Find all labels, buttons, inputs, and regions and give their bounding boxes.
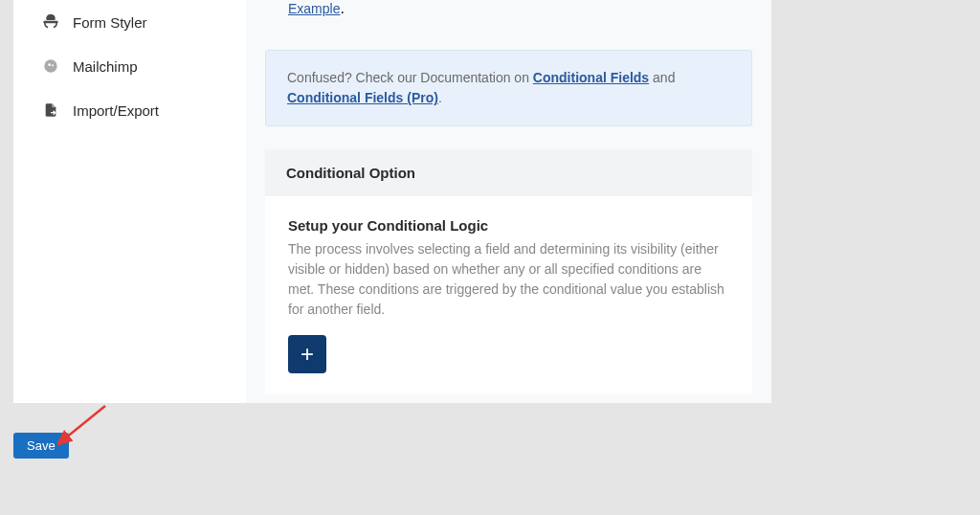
mailchimp-icon: [42, 57, 59, 75]
mortar-icon: [42, 13, 59, 31]
section-description: The process involves selecting a field a…: [288, 239, 729, 320]
example-link[interactable]: Example: [288, 1, 340, 16]
documentation-info-box: Confused? Check our Documentation on Con…: [265, 50, 752, 126]
settings-panel: Form Styler Mailchimp Import/Export Exam…: [13, 0, 771, 403]
section-header-conditional-option: Conditional Option: [265, 149, 752, 196]
sidebar-item-label: Import/Export: [73, 102, 159, 119]
sidebar-item-label: Form Styler: [73, 14, 147, 31]
svg-point-1: [48, 63, 51, 66]
svg-line-3: [65, 406, 105, 438]
example-box: Example.: [265, 0, 752, 31]
import-export-icon: [42, 101, 59, 119]
sidebar-item-label: Mailchimp: [73, 58, 138, 75]
sidebar-item-import-export[interactable]: Import/Export: [13, 88, 246, 132]
plus-icon: +: [301, 341, 314, 368]
info-middle: and: [649, 70, 675, 85]
main-content: Example. Confused? Check our Documentati…: [246, 0, 771, 403]
sidebar: Form Styler Mailchimp Import/Export: [13, 0, 246, 403]
save-button[interactable]: Save: [13, 433, 69, 459]
doc-link-conditional-fields[interactable]: Conditional Fields: [533, 70, 649, 85]
info-suffix: .: [438, 90, 442, 105]
info-prefix: Confused? Check our Documentation on: [287, 70, 533, 85]
svg-point-2: [52, 64, 54, 66]
section-body: Setup your Conditional Logic The process…: [265, 196, 752, 394]
add-condition-button[interactable]: +: [288, 335, 326, 373]
sidebar-item-mailchimp[interactable]: Mailchimp: [13, 44, 246, 88]
doc-link-conditional-fields-pro[interactable]: Conditional Fields (Pro): [287, 90, 438, 105]
svg-point-0: [44, 59, 56, 72]
section-title: Setup your Conditional Logic: [288, 217, 729, 234]
sidebar-item-form-styler[interactable]: Form Styler: [13, 0, 246, 44]
